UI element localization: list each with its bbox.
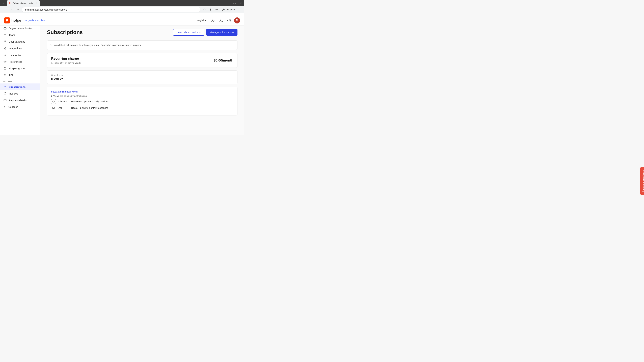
close-btn[interactable]: ✕ bbox=[238, 1, 243, 5]
active-tab[interactable]: H Subscriptions - Hotjar ✕ bbox=[7, 0, 40, 6]
tab-close-icon[interactable]: ✕ bbox=[35, 1, 38, 4]
org-name: Moodjoy bbox=[51, 77, 233, 80]
lang-dropdown-icon: ▾ bbox=[205, 19, 206, 22]
sidebar-item-payment-details[interactable]: Payment details bbox=[0, 97, 40, 104]
svg-point-8 bbox=[4, 34, 5, 35]
manage-users-icon bbox=[219, 18, 223, 22]
svg-point-25 bbox=[53, 101, 54, 102]
sidebar-item-api[interactable]: API bbox=[0, 72, 40, 78]
sidebar-item-orgs-sites[interactable]: Organizations & sites bbox=[0, 25, 40, 31]
ask-plan-type: Basic bbox=[71, 107, 78, 109]
sidebar-item-label: Team bbox=[9, 33, 15, 36]
info-text: Install the tracking code to activate yo… bbox=[54, 44, 142, 46]
plan-info-icon: ℹ bbox=[51, 95, 52, 97]
api-icon bbox=[3, 73, 7, 77]
upgrade-link[interactable]: Upgrade your plans bbox=[25, 19, 46, 22]
new-tab-btn[interactable]: + bbox=[40, 1, 45, 5]
preselected-text: We've pre-selected your trial plans. bbox=[53, 95, 87, 97]
sidebar-item-integrations[interactable]: Integrations bbox=[0, 45, 40, 52]
recurring-charge-row: Recurring charge 🏷 Save 20% by paying ye… bbox=[51, 57, 233, 64]
svg-point-11 bbox=[4, 48, 5, 49]
integrations-icon bbox=[3, 46, 7, 50]
lang-label: English bbox=[197, 19, 204, 22]
sidebar-item-label: Integrations bbox=[9, 47, 22, 50]
sidebar-item-label: Invoices bbox=[9, 92, 18, 95]
ask-icon bbox=[51, 106, 56, 110]
collapse-btn[interactable]: Collapse bbox=[0, 104, 40, 110]
sidebar-item-subscriptions[interactable]: Subscriptions bbox=[0, 83, 40, 90]
recurring-charge-card: Recurring charge 🏷 Save 20% by paying ye… bbox=[47, 53, 238, 68]
sidebar-item-user-attributes[interactable]: User attributes bbox=[0, 38, 40, 45]
svg-rect-7 bbox=[4, 27, 6, 29]
user-attr-icon bbox=[3, 40, 7, 43]
address-bar-row: ← → ↻ ☆ ⬇ ▭ Incognito ⋮ bbox=[0, 6, 244, 13]
org-card: Organization Moodjoy bbox=[47, 70, 238, 84]
learn-products-btn[interactable]: Learn about products bbox=[173, 29, 204, 36]
back-btn[interactable]: ← bbox=[2, 7, 7, 12]
address-input[interactable] bbox=[22, 7, 200, 12]
page-title: Subscriptions bbox=[47, 29, 83, 35]
incognito-icon bbox=[222, 8, 225, 11]
user-avatar[interactable]: M bbox=[234, 17, 240, 23]
plan-row-ask: Ask Basic plan 20 monthly responses bbox=[51, 106, 233, 110]
svg-point-16 bbox=[5, 61, 6, 62]
ask-plan-desc: plan 20 monthly responses bbox=[80, 107, 108, 109]
add-user-btn[interactable] bbox=[210, 17, 216, 23]
svg-point-14 bbox=[4, 54, 6, 56]
svg-point-13 bbox=[5, 49, 6, 49]
manage-users-btn[interactable] bbox=[218, 17, 224, 23]
subscriptions-icon bbox=[3, 85, 7, 88]
hotjar-logo-icon bbox=[4, 17, 10, 23]
sidebar-item-user-lookup[interactable]: User lookup bbox=[0, 52, 40, 58]
plans-card: https://admin.shopify.com ℹ We've pre-se… bbox=[47, 87, 238, 115]
recurring-charge-label: Recurring charge bbox=[51, 57, 81, 60]
observe-plan-desc: plan 500 daily sessions bbox=[84, 100, 109, 103]
tab-label: Subscriptions - Hotjar bbox=[13, 2, 34, 4]
svg-point-9 bbox=[5, 34, 6, 35]
svg-point-3 bbox=[220, 19, 221, 20]
main-content: Subscriptions Learn about products Manag… bbox=[40, 23, 244, 135]
tab-prev-btn[interactable]: ‹ bbox=[1, 1, 6, 5]
maximize-btn[interactable]: ▭ bbox=[232, 1, 237, 5]
cast-btn[interactable]: ▭ bbox=[214, 7, 219, 12]
observe-name: Observe bbox=[58, 100, 68, 103]
logo-text: hotjar bbox=[12, 18, 22, 23]
manage-subscriptions-btn[interactable]: Manage subscriptions bbox=[206, 29, 238, 36]
help-btn[interactable] bbox=[226, 17, 232, 23]
more-btn[interactable]: ⋮ bbox=[237, 7, 242, 12]
hotjar-logo[interactable]: hotjar bbox=[4, 17, 22, 23]
download-btn[interactable]: ⬇ bbox=[208, 7, 213, 12]
svg-point-12 bbox=[5, 47, 6, 48]
info-icon: ℹ bbox=[50, 43, 52, 47]
forward-btn[interactable]: → bbox=[8, 7, 14, 12]
orgs-icon bbox=[3, 26, 7, 30]
tab-favicon: H bbox=[9, 2, 12, 4]
user-lookup-icon bbox=[3, 53, 7, 57]
svg-rect-21 bbox=[4, 99, 6, 101]
incognito-badge[interactable]: Incognito bbox=[220, 7, 236, 12]
sidebar-item-preferences[interactable]: Preferences bbox=[0, 58, 40, 65]
sidebar-item-label: Organizations & sites bbox=[9, 27, 32, 30]
plan-row-observe: Observe Business plan 500 daily sessions bbox=[51, 99, 233, 104]
sidebar-item-label: Preferences bbox=[9, 60, 22, 63]
sidebar-item-invoices[interactable]: Invoices bbox=[0, 90, 40, 97]
sso-icon bbox=[3, 67, 7, 70]
reload-btn[interactable]: ↻ bbox=[15, 7, 20, 12]
sidebar-item-label: API bbox=[9, 74, 13, 77]
collapse-icon bbox=[3, 105, 6, 108]
svg-line-15 bbox=[6, 55, 6, 56]
shopify-link[interactable]: https://admin.shopify.com bbox=[51, 90, 78, 93]
browser-tab-bar: ‹ H Subscriptions - Hotjar ✕ + ─ ▭ ✕ bbox=[0, 0, 244, 6]
svg-point-24 bbox=[52, 101, 54, 102]
bookmark-btn[interactable]: ☆ bbox=[202, 7, 207, 12]
minimize-btn[interactable]: ─ bbox=[226, 1, 231, 5]
tag-icon: 🏷 bbox=[51, 61, 54, 64]
org-label: Organization bbox=[51, 74, 233, 76]
billing-section-label: Billing bbox=[0, 78, 40, 83]
sidebar-item-label: User attributes bbox=[9, 40, 25, 43]
sidebar-item-sso[interactable]: Single sign-on bbox=[0, 65, 40, 72]
sidebar-item-team[interactable]: Team bbox=[0, 31, 40, 38]
info-banner: ℹ Install the tracking code to activate … bbox=[47, 40, 238, 50]
sidebar-item-label: Payment details bbox=[9, 99, 27, 102]
language-selector[interactable]: English ▾ bbox=[195, 18, 208, 23]
